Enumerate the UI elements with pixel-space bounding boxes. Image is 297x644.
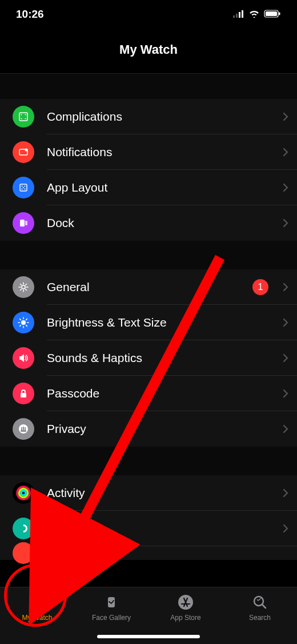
row-label: Privacy [47,422,274,436]
svg-point-15 [22,186,23,187]
row-activity[interactable]: Activity [0,475,297,511]
tab-label: My Watch [22,614,53,622]
section-spacer [0,241,297,269]
svg-point-17 [22,189,23,190]
privacy-icon [13,418,34,440]
row-label: Dock [47,216,274,230]
section-spacer [0,74,297,99]
svg-point-10 [21,118,22,120]
row-app-layout[interactable]: App Layout [0,170,297,205]
tab-search[interactable]: Search [223,593,297,622]
app-layout-icon [13,177,34,198]
chevron-right-icon [274,389,297,398]
sounds-icon [13,347,34,369]
cellular-icon [233,8,244,21]
svg-point-23 [21,320,26,325]
general-icon [13,276,34,298]
svg-rect-27 [23,427,24,430]
svg-rect-20 [20,220,25,226]
chevron-right-icon [274,218,297,228]
svg-rect-21 [25,221,27,225]
svg-rect-35 [35,606,39,609]
tab-face-gallery[interactable]: Face Gallery [74,593,148,622]
row-sounds[interactable]: Sounds & Haptics [0,340,297,376]
svg-point-18 [25,189,26,190]
search-icon [252,593,268,611]
tab-label: App Store [170,614,200,622]
brightness-icon [13,312,34,333]
settings-section-2: General 1 Brightness & Text Size Sounds … [0,269,297,447]
breathe-icon [13,518,34,539]
svg-rect-26 [21,427,22,430]
chevron-right-icon [274,148,297,157]
svg-rect-24 [21,393,26,397]
wifi-icon [248,8,260,21]
row-label: Notifications [47,145,274,159]
svg-point-16 [25,186,26,187]
chevron-right-icon [274,524,297,533]
row-label: App Layout [47,181,274,194]
chevron-right-icon [274,112,297,121]
home-indicator[interactable] [97,635,200,638]
tab-label: Search [249,614,271,622]
tab-label: Face Gallery [92,614,131,622]
svg-point-9 [25,114,26,116]
settings-section-1: Complications Notifications App Layout D… [0,99,297,241]
passcode-icon [13,383,34,404]
svg-point-19 [23,187,24,188]
chevron-right-icon [274,488,297,498]
row-privacy[interactable]: Privacy [0,411,297,447]
chevron-right-icon [274,424,297,434]
svg-point-13 [25,149,28,152]
row-next[interactable] [0,546,297,560]
svg-point-11 [25,118,26,120]
row-label: Sounds & Haptics [47,351,274,365]
row-complications[interactable]: Complications [0,99,297,134]
section-spacer [0,447,297,475]
svg-rect-1 [236,14,238,18]
row-breathe[interactable]: Breathe [0,511,297,546]
tab-app-store[interactable]: App Store [148,593,223,622]
chevron-right-icon [274,283,297,292]
row-label: Activity [47,486,274,500]
status-indicators [233,8,281,21]
row-brightness[interactable]: Brightness & Text Size [0,305,297,340]
tab-badge: 1 [38,591,51,603]
svg-point-32 [21,491,26,495]
svg-rect-28 [25,427,26,430]
tab-my-watch[interactable]: 1 My Watch [0,593,74,622]
svg-rect-3 [242,10,243,18]
face-gallery-icon [103,593,119,611]
complications-icon [13,106,34,128]
row-notifications[interactable]: Notifications [0,134,297,170]
app-store-icon [177,593,194,611]
row-label: General [47,280,252,294]
svg-rect-29 [21,430,26,432]
notification-badge: 1 [252,279,268,295]
row-label: Passcode [47,387,274,400]
activity-icon [13,482,34,504]
row-dock[interactable]: Dock [0,205,297,241]
chevron-right-icon [274,183,297,192]
chevron-right-icon [274,353,297,363]
svg-rect-0 [233,15,235,18]
notifications-icon [13,141,34,163]
battery-icon [264,8,281,21]
svg-rect-6 [279,13,280,15]
settings-section-3: Activity Breathe [0,475,297,560]
svg-point-8 [21,114,22,116]
status-time: 10:26 [16,8,44,21]
chevron-right-icon [274,318,297,327]
row-label: Complications [47,110,274,124]
svg-rect-7 [19,113,27,121]
row-label: Brightness & Text Size [47,316,274,329]
partial-icon [13,542,34,564]
row-general[interactable]: General 1 [0,269,297,305]
dock-icon [13,212,34,234]
row-label: Breathe [47,522,274,535]
svg-rect-2 [239,12,240,18]
svg-rect-5 [266,11,277,16]
status-bar: 10:26 [0,0,297,29]
row-passcode[interactable]: Passcode [0,376,297,411]
page-title: My Watch [0,29,297,74]
